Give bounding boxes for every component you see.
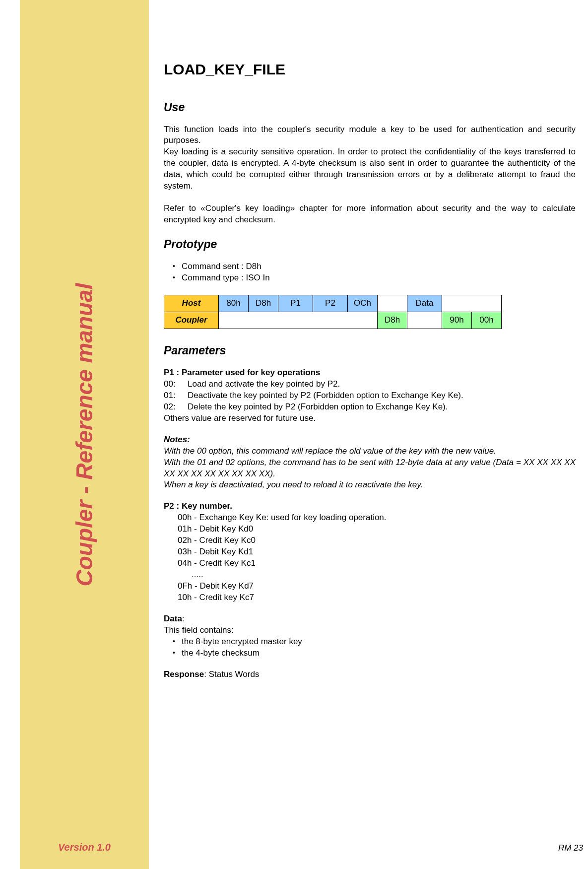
- notes-l2: With the 01 and 02 options, the command …: [164, 457, 576, 480]
- coupler-c6: [407, 312, 442, 329]
- use-heading: Use: [164, 100, 576, 115]
- host-c0: 80h: [219, 295, 249, 312]
- version-label: Version 1.0: [20, 841, 149, 854]
- p2-l3: 02h - Credit Key Kc0: [178, 535, 576, 546]
- host-row: Host 80h D8h P1 P2 OCh Data: [164, 295, 502, 312]
- coupler-c5: D8h: [378, 312, 407, 329]
- p2-title: P2 : Key number.: [164, 501, 576, 512]
- p2-l1: 00h - Exchange Key Ke: used for key load…: [178, 512, 576, 524]
- data-b2: the 4-byte checksum: [182, 648, 576, 659]
- host-c7: [442, 295, 502, 312]
- data-title: Data: [164, 614, 182, 623]
- p1-02-text: Delete the key pointed by P2 (Forbidden …: [188, 401, 448, 413]
- response-text: : Status Words: [204, 669, 259, 679]
- use-p1: This function loads into the coupler's s…: [164, 124, 576, 147]
- host-c6: Data: [407, 295, 442, 312]
- p1-others: Others value are reserved for future use…: [164, 413, 576, 424]
- p2-l4: 03h - Debit Key Kd1: [178, 546, 576, 558]
- prototype-list: Command sent : D8h Command type : ISO In: [164, 261, 576, 284]
- notes-title: Notes:: [164, 434, 576, 446]
- notes-l3: When a key is deactivated, you need to r…: [164, 479, 576, 491]
- p2-l5: 04h - Credit Key Kc1: [178, 558, 576, 569]
- coupler-c7: 90h: [442, 312, 472, 329]
- host-c2: P1: [278, 295, 313, 312]
- data-intro: This field contains:: [164, 625, 576, 636]
- coupler-row: Coupler D8h 90h 00h: [164, 312, 502, 329]
- sidebar: Coupler - Reference manual Version 1.0: [20, 0, 149, 869]
- p2-dots: .....: [178, 569, 576, 581]
- host-label: Host: [164, 295, 219, 312]
- prototype-table: Host 80h D8h P1 P2 OCh Data Coupler D8h …: [164, 295, 502, 329]
- p1-00-code: 00:: [164, 379, 188, 390]
- coupler-c0: [219, 312, 378, 329]
- page-content: LOAD_KEY_FILE Use This function loads in…: [164, 60, 576, 690]
- page-title: LOAD_KEY_FILE: [164, 60, 576, 80]
- p1-01-text: Deactivate the key pointed by P2 (Forbid…: [188, 390, 463, 401]
- p1-02-code: 02:: [164, 401, 188, 413]
- host-c5: [378, 295, 407, 312]
- parameters-heading: Parameters: [164, 343, 576, 358]
- manual-title: Coupler - Reference manual: [69, 283, 100, 586]
- coupler-c8: 00h: [472, 312, 502, 329]
- p1-01-code: 01:: [164, 390, 188, 401]
- host-c1: D8h: [249, 295, 278, 312]
- p2-l6: 0Fh - Debit Key Kd7: [178, 581, 576, 592]
- host-c4: OCh: [348, 295, 378, 312]
- notes-l1: With the 00 option, this command will re…: [164, 446, 576, 457]
- p2-l7: 10h - Credit key Kc7: [178, 592, 576, 603]
- prototype-heading: Prototype: [164, 237, 576, 252]
- coupler-label: Coupler: [164, 312, 219, 329]
- cmd-type: Command type : ISO In: [182, 272, 576, 284]
- use-p3: Refer to «Coupler's key loading» chapter…: [164, 203, 576, 226]
- data-b1: the 8-byte encrypted master key: [182, 636, 576, 648]
- p1-title: P1 : Parameter used for key operations: [164, 367, 576, 379]
- page-footer: RM 23: [558, 843, 583, 854]
- use-p2: Key loading is a security sensitive oper…: [164, 146, 576, 192]
- p2-l2: 01h - Debit Key Kd0: [178, 524, 576, 535]
- p1-00-text: Load and activate the key pointed by P2.: [188, 379, 340, 390]
- cmd-sent: Command sent : D8h: [182, 261, 576, 272]
- response-title: Response: [164, 669, 204, 679]
- host-c3: P2: [313, 295, 348, 312]
